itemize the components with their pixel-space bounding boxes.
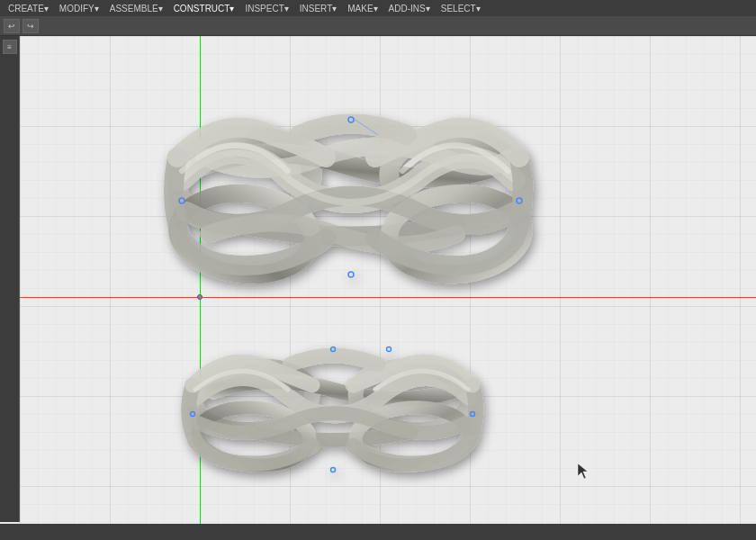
svg-point-18 [331, 468, 336, 472]
svg-marker-20 [578, 464, 588, 479]
panel-toggle-button[interactable]: ≡ [3, 40, 17, 54]
menu-item-insert[interactable]: INSERT▾ [295, 2, 342, 15]
redo-button[interactable]: ↪ [22, 19, 39, 33]
knots-viewport [20, 36, 756, 529]
large-knot [172, 117, 529, 280]
menu-item-select[interactable]: SELECT▾ [436, 2, 485, 15]
toolbar: ↩ ↪ [0, 16, 756, 36]
menu-item-assemble[interactable]: ASSEMBLE▾ [105, 2, 167, 15]
menu-item-inspect[interactable]: INSPECT▾ [240, 2, 292, 15]
left-panel: ≡ [0, 36, 20, 522]
menu-item-modify[interactable]: MODIFY▾ [55, 2, 104, 15]
small-knot [189, 347, 476, 472]
svg-point-19 [387, 347, 392, 352]
svg-point-9 [348, 272, 354, 277]
mouse-cursor [578, 464, 588, 479]
menu-item-create[interactable]: CREATE▾ [4, 2, 53, 15]
menu-item-make[interactable]: MAKE▾ [343, 2, 382, 15]
menu-item-addins[interactable]: ADD-INS▾ [384, 2, 435, 15]
menu-bar: CREATE▾ MODIFY▾ ASSEMBLE▾ CONSTRUCT▾ INS… [0, 0, 756, 16]
viewport[interactable] [20, 36, 756, 529]
status-bar [0, 524, 756, 540]
menu-item-construct[interactable]: CONSTRUCT▾ [169, 2, 239, 15]
undo-button[interactable]: ↩ [4, 19, 20, 33]
